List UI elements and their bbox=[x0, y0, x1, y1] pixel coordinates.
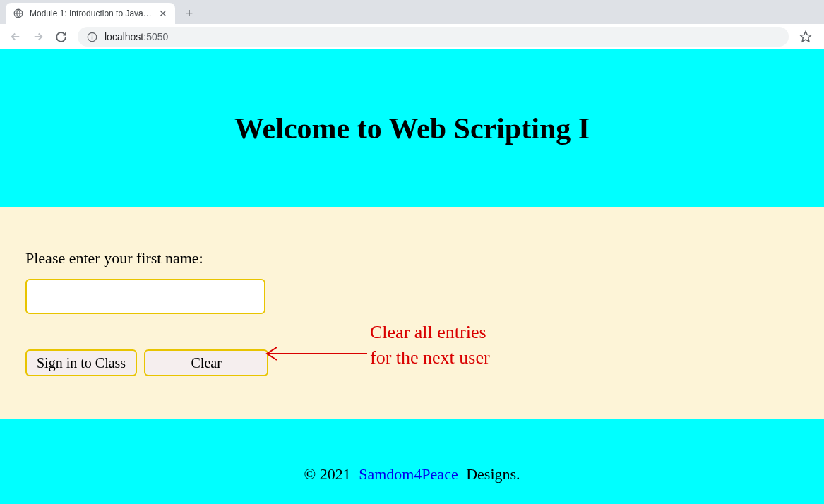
svg-point-3 bbox=[92, 35, 92, 35]
page-content: Welcome to Web Scripting I Please enter … bbox=[0, 49, 824, 504]
svg-marker-4 bbox=[801, 32, 811, 42]
browser-toolbar: localhost:5050 bbox=[0, 24, 824, 49]
footer-link[interactable]: Samdom4Peace bbox=[359, 465, 458, 483]
name-label: Please enter your first name: bbox=[25, 249, 799, 268]
tab-title: Module 1: Introduction to JavaSc bbox=[30, 8, 153, 18]
tab-bar: Module 1: Introduction to JavaSc ✕ + bbox=[0, 0, 824, 24]
back-button[interactable] bbox=[6, 27, 25, 47]
footer-text: © 2021 Samdom4Peace Designs. bbox=[304, 465, 520, 484]
reload-button[interactable] bbox=[51, 27, 71, 47]
info-icon bbox=[86, 31, 97, 42]
globe-icon bbox=[13, 8, 24, 19]
name-input[interactable] bbox=[25, 279, 265, 314]
form-section: Please enter your first name: Sign in to… bbox=[0, 207, 824, 419]
browser-tab[interactable]: Module 1: Introduction to JavaSc ✕ bbox=[6, 3, 175, 24]
new-tab-button[interactable]: + bbox=[179, 4, 199, 23]
bookmark-button[interactable] bbox=[796, 27, 816, 47]
signin-button[interactable]: Sign in to Class bbox=[25, 349, 137, 376]
close-icon[interactable]: ✕ bbox=[158, 8, 168, 18]
forward-button[interactable] bbox=[28, 27, 48, 47]
browser-chrome: Module 1: Introduction to JavaSc ✕ + loc… bbox=[0, 0, 824, 49]
clear-button[interactable]: Clear bbox=[144, 349, 268, 376]
button-row: Sign in to Class Clear bbox=[25, 349, 799, 376]
page-title: Welcome to Web Scripting I bbox=[234, 112, 590, 145]
footer-banner: © 2021 Samdom4Peace Designs. bbox=[0, 419, 824, 504]
header-banner: Welcome to Web Scripting I bbox=[0, 49, 824, 207]
address-bar[interactable]: localhost:5050 bbox=[78, 27, 789, 47]
url-text: localhost:5050 bbox=[105, 31, 168, 42]
